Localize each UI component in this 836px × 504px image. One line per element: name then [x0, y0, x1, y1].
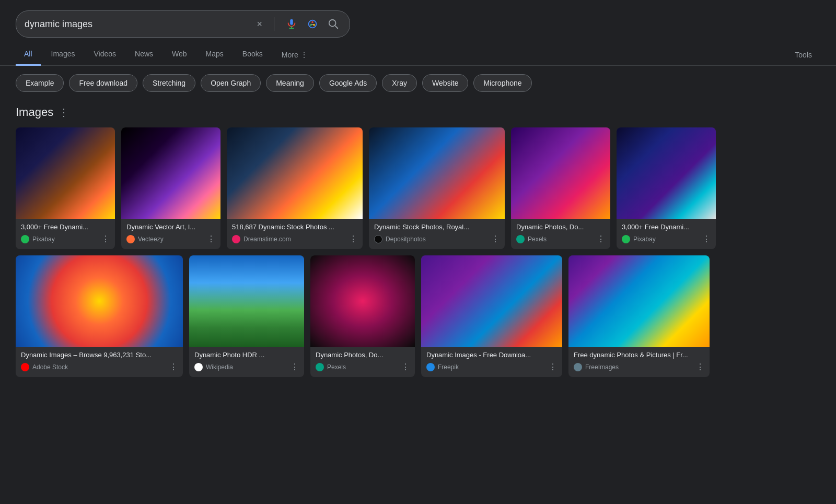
image-card[interactable]: 3,000+ Free Dynami...Pixabay⋮ [617, 127, 716, 249]
image-thumbnail [617, 127, 716, 219]
image-info: Free dynamic Photos & Pictures | Fr...Fr… [568, 347, 710, 377]
image-info: 518,687 Dynamic Stock Photos ...Dreamsti… [227, 219, 363, 249]
image-card[interactable]: Dynamic Images - Free Downloa...Freepik⋮ [421, 255, 562, 377]
search-bar-container: × [0, 0, 836, 43]
image-row-1: 3,000+ Free Dynami...Pixabay⋮Dynamic Vec… [16, 127, 820, 249]
search-divider [274, 17, 274, 31]
filter-chips: ExampleFree downloadStretchingOpen Graph… [0, 66, 836, 100]
image-card[interactable]: 518,687 Dynamic Stock Photos ...Dreamsti… [227, 127, 363, 249]
card-menu-icon[interactable]: ⋮ [702, 234, 711, 244]
filter-chip[interactable]: Microphone [473, 74, 531, 92]
nav-tabs: All Images Videos News Web Maps Books Mo… [0, 43, 836, 66]
tab-books[interactable]: Books [234, 43, 271, 66]
tab-images[interactable]: Images [43, 43, 84, 66]
card-menu-icon[interactable]: ⋮ [401, 362, 410, 372]
source-name: FreeImages [585, 364, 619, 371]
image-info: Dynamic Images - Free Downloa...Freepik⋮ [421, 347, 562, 377]
image-card[interactable]: Dynamic Stock Photos, Royal...Depositpho… [369, 127, 505, 249]
filter-chip[interactable]: Stretching [143, 74, 195, 92]
tab-web[interactable]: Web [164, 43, 195, 66]
filter-chip[interactable]: Google Ads [319, 74, 377, 92]
image-title: 518,687 Dynamic Stock Photos ... [232, 223, 357, 231]
lens-button[interactable] [305, 16, 320, 32]
image-source-row: FreeImages⋮ [574, 362, 704, 372]
card-menu-icon[interactable]: ⋮ [101, 234, 110, 244]
image-title: 3,000+ Free Dynami... [21, 223, 110, 231]
source-favicon [194, 363, 203, 371]
tab-all[interactable]: All [16, 43, 41, 66]
card-menu-icon[interactable]: ⋮ [491, 234, 500, 244]
image-info: Dynamic Stock Photos, Royal...Depositpho… [369, 219, 505, 249]
image-title: Dynamic Stock Photos, Royal... [374, 223, 500, 231]
search-icons: × [254, 16, 341, 32]
image-info: Dynamic Photo HDR ...Wikipedia⋮ [189, 347, 304, 377]
filter-chip[interactable]: Free download [69, 74, 137, 92]
section-header: Images ⋮ [16, 106, 820, 119]
image-info: 3,000+ Free Dynami...Pixabay⋮ [617, 219, 716, 249]
image-card[interactable]: Dynamic Vector Art, I...Vecteezy⋮ [121, 127, 220, 249]
filter-chip[interactable]: Meaning [266, 74, 314, 92]
image-source-row: Pixabay⋮ [21, 234, 110, 244]
source-favicon [21, 363, 29, 371]
source-name: Dreamstime.com [243, 236, 291, 243]
microphone-icon [286, 18, 297, 30]
filter-chip[interactable]: Xray [382, 74, 417, 92]
tab-tools[interactable]: Tools [786, 44, 820, 65]
image-source: Wikipedia [194, 363, 233, 371]
image-card[interactable]: 3,000+ Free Dynami...Pixabay⋮ [16, 127, 115, 249]
image-info: 3,000+ Free Dynami...Pixabay⋮ [16, 219, 115, 249]
image-thumbnail [189, 255, 304, 347]
image-source-row: Wikipedia⋮ [194, 362, 299, 372]
source-favicon [126, 235, 135, 243]
image-info: Dynamic Vector Art, I...Vecteezy⋮ [121, 219, 220, 249]
image-source-row: Depositphotos⋮ [374, 234, 500, 244]
source-name: Adobe Stock [32, 364, 68, 371]
image-source: Dreamstime.com [232, 235, 291, 243]
source-favicon [516, 235, 525, 243]
image-source: Adobe Stock [21, 363, 68, 371]
card-menu-icon[interactable]: ⋮ [207, 234, 215, 244]
clear-button[interactable]: × [254, 17, 264, 32]
card-menu-icon[interactable]: ⋮ [291, 362, 299, 372]
image-card[interactable]: Dynamic Photos, Do...Pexels⋮ [310, 255, 415, 377]
image-title: Dynamic Photos, Do... [516, 223, 605, 231]
tab-maps[interactable]: Maps [198, 43, 232, 66]
source-name: Pexels [327, 364, 346, 371]
section-more-icon[interactable]: ⋮ [59, 106, 69, 119]
card-menu-icon[interactable]: ⋮ [696, 362, 704, 372]
card-menu-icon[interactable]: ⋮ [349, 234, 357, 244]
tab-videos[interactable]: Videos [85, 43, 124, 66]
image-thumbnail [121, 127, 220, 219]
source-favicon [426, 363, 435, 371]
image-source: Vecteezy [126, 235, 164, 243]
source-name: Pixabay [633, 236, 656, 243]
tab-news[interactable]: News [126, 43, 161, 66]
search-input[interactable] [25, 19, 254, 30]
image-row-2: Dynamic Images – Browse 9,963,231 Sto...… [16, 255, 820, 377]
search-icon [328, 18, 339, 30]
filter-chip[interactable]: Website [422, 74, 468, 92]
filter-chip[interactable]: Example [16, 74, 64, 92]
image-source: Pixabay [21, 235, 55, 243]
image-card[interactable]: Dynamic Photo HDR ...Wikipedia⋮ [189, 255, 304, 377]
image-source: Freepik [426, 363, 459, 371]
image-source-row: Pixabay⋮ [622, 234, 711, 244]
filter-chip[interactable]: Open Graph [201, 74, 261, 92]
tab-more[interactable]: More ⋮ [273, 44, 316, 65]
image-thumbnail [227, 127, 363, 219]
card-menu-icon[interactable]: ⋮ [169, 362, 178, 372]
more-label: More [282, 51, 298, 59]
image-title: Dynamic Images – Browse 9,963,231 Sto... [21, 351, 178, 359]
image-card[interactable]: Dynamic Images – Browse 9,963,231 Sto...… [16, 255, 183, 377]
chevron-down-icon: ⋮ [300, 51, 308, 59]
microphone-button[interactable] [284, 16, 299, 32]
card-menu-icon[interactable]: ⋮ [549, 362, 557, 372]
image-thumbnail [16, 255, 183, 347]
image-source: Pexels [316, 363, 346, 371]
image-card[interactable]: Free dynamic Photos & Pictures | Fr...Fr… [568, 255, 710, 377]
search-submit-button[interactable] [326, 16, 341, 32]
image-source-row: Adobe Stock⋮ [21, 362, 178, 372]
image-thumbnail [511, 127, 610, 219]
card-menu-icon[interactable]: ⋮ [597, 234, 605, 244]
image-card[interactable]: Dynamic Photos, Do...Pexels⋮ [511, 127, 610, 249]
